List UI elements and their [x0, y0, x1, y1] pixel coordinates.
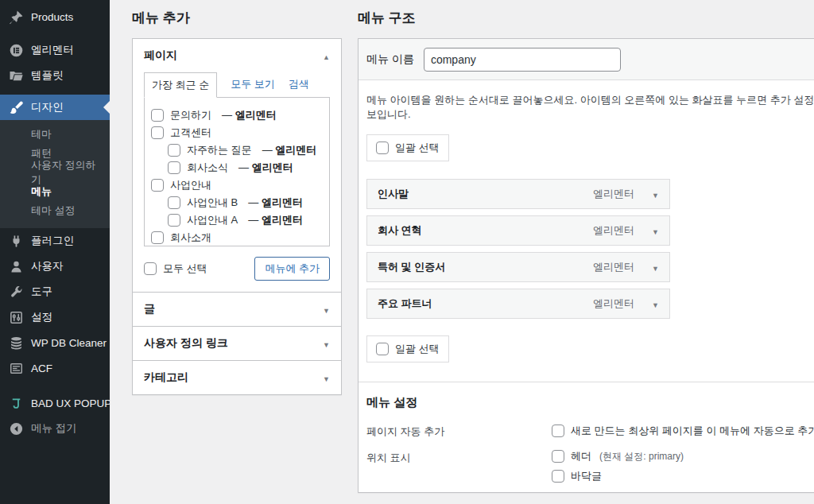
- add-menu-accordion: 페이지 가장 최근 순 모두 보기 검색 문의하기엘리멘터 고객센터 자주하는 …: [132, 38, 342, 395]
- accordion-section-custom-links[interactable]: 사용자 정의 링크: [133, 326, 341, 360]
- menu-item-card[interactable]: 주요 파트너 엘리멘터: [366, 289, 670, 319]
- page-check-row[interactable]: 회사소개: [151, 229, 323, 246]
- checkbox[interactable]: [168, 214, 180, 227]
- menu-item-card[interactable]: 회사 연혁 엘리멘터: [366, 215, 670, 246]
- location-option-footer[interactable]: 바닥글: [552, 469, 684, 483]
- menu-name-input[interactable]: [424, 48, 621, 72]
- chevron-down-icon[interactable]: [652, 188, 659, 200]
- sidebar-item-bad-ux-popup[interactable]: BAD UX POPUP: [0, 390, 110, 416]
- submenu-item-theme-settings[interactable]: 테마 설정: [0, 201, 110, 220]
- menu-structure-title: 메뉴 구조: [358, 9, 416, 27]
- chevron-down-icon[interactable]: [652, 262, 659, 273]
- accordion-section-categories[interactable]: 카테고리: [133, 360, 341, 394]
- display-location-label: 위치 표시: [366, 449, 552, 483]
- page-check-row[interactable]: 자주하는 질문엘리멘터: [168, 142, 323, 158]
- sidebar-item-wp-db-cleaner[interactable]: WP DB Cleaner: [0, 330, 110, 355]
- page-check-row[interactable]: 문의하기엘리멘터: [151, 107, 323, 123]
- sidebar-item-products[interactable]: Products: [0, 4, 110, 29]
- wrench-icon: [8, 284, 24, 300]
- page-check-row[interactable]: 사업안내: [151, 176, 323, 193]
- pages-checklist: 문의하기엘리멘터 고객센터 자주하는 질문엘리멘터 회사소식엘리멘터 사업안내 …: [144, 97, 330, 246]
- auto-add-checkbox[interactable]: [552, 425, 564, 437]
- checkbox[interactable]: [168, 196, 180, 209]
- bulk-select-control-top[interactable]: 일괄 선택: [366, 134, 449, 161]
- page-check-row[interactable]: 사업안내 A엘리멘터: [168, 211, 323, 228]
- menu-name-row: 메뉴 이름: [359, 39, 814, 80]
- tab-most-recent[interactable]: 가장 최근 순: [144, 72, 217, 98]
- chevron-down-icon[interactable]: [652, 298, 659, 310]
- menu-structure-body: 메뉴 아이템을 원하는 순서대로 끌어놓으세요. 아이템의 오른쪽에 있는 화살…: [359, 80, 814, 493]
- tab-search[interactable]: 검색: [289, 77, 309, 97]
- brush-icon: [8, 99, 24, 115]
- sidebar-item-tools[interactable]: 도구: [0, 279, 110, 304]
- admin-sidebar: Products 엘리멘터 템플릿 디자인 테마 패턴 사용자 정의하기 메뉴 …: [0, 0, 110, 504]
- add-menu-title: 메뉴 추가: [132, 9, 190, 27]
- menu-item-card[interactable]: 특허 및 인증서 엘리멘터: [366, 252, 670, 282]
- pin-icon: [8, 9, 24, 25]
- folder-icon: [8, 68, 24, 83]
- sidebar-item-collapse-menu[interactable]: 메뉴 접기: [0, 416, 110, 441]
- bulk-select-checkbox[interactable]: [376, 142, 389, 154]
- add-actions-row: 모두 선택 메뉴에 추가: [144, 257, 330, 281]
- auto-add-option[interactable]: 새로 만드는 최상위 페이지를 이 메뉴에 자동으로 추가하기: [552, 423, 814, 439]
- chevron-up-icon: [323, 50, 330, 62]
- sidebar-item-templates[interactable]: 템플릿: [0, 63, 110, 88]
- design-submenu: 테마 패턴 사용자 정의하기 메뉴 테마 설정: [0, 120, 110, 228]
- pages-tabs: 가장 최근 순 모두 보기 검색: [144, 72, 330, 97]
- add-to-menu-button[interactable]: 메뉴에 추가: [254, 257, 330, 281]
- page-check-row[interactable]: 고객센터: [151, 124, 323, 141]
- chevron-down-icon[interactable]: [652, 225, 659, 237]
- sidebar-item-design[interactable]: 디자인: [0, 95, 110, 120]
- menu-items-list: 인사말 엘리멘터 회사 연혁 엘리멘터 특허 및 인증서 엘리멘터 주요 파트너…: [366, 179, 670, 319]
- chevron-down-icon: [323, 372, 330, 384]
- checkbox[interactable]: [168, 144, 180, 157]
- menu-settings-title: 메뉴 설정: [366, 395, 814, 410]
- menu-item-card[interactable]: 인사말 엘리멘터: [366, 179, 670, 209]
- display-location-row: 위치 표시 헤더 (현재 설정: primary) 바닥글: [366, 449, 814, 483]
- menu-settings-section: 메뉴 설정 페이지 자동 추가 새로 만드는 최상위 페이지를 이 메뉴에 자동…: [365, 382, 814, 483]
- checkbox[interactable]: [168, 161, 180, 174]
- page-check-row[interactable]: 회사소식엘리멘터: [168, 159, 323, 176]
- chevron-down-icon: [323, 304, 330, 316]
- elementor-icon: [8, 42, 24, 58]
- drag-instruction-text: 메뉴 아이템을 원하는 순서대로 끌어놓으세요. 아이템의 오른쪽에 있는 화살…: [366, 93, 814, 122]
- checkbox[interactable]: [151, 179, 164, 192]
- user-icon: [8, 258, 24, 274]
- select-all-control[interactable]: 모두 선택: [144, 262, 207, 276]
- sidebar-item-settings[interactable]: 설정: [0, 304, 110, 330]
- database-icon: [8, 335, 24, 351]
- sidebar-item-acf[interactable]: ACF: [0, 355, 110, 381]
- location-options: 헤더 (현재 설정: primary) 바닥글: [552, 449, 684, 483]
- checkbox[interactable]: [151, 126, 164, 139]
- auto-add-row: 페이지 자동 추가 새로 만드는 최상위 페이지를 이 메뉴에 자동으로 추가하…: [366, 423, 814, 439]
- submenu-item-themes[interactable]: 테마: [0, 125, 110, 144]
- checkbox[interactable]: [151, 231, 164, 244]
- select-all-checkbox[interactable]: [144, 262, 157, 275]
- sidebar-item-users[interactable]: 사용자: [0, 254, 110, 279]
- accordion-section-posts[interactable]: 글: [133, 292, 341, 326]
- bulk-select-checkbox[interactable]: [376, 343, 389, 355]
- settings-icon: [8, 309, 24, 325]
- plugin-icon: [8, 233, 24, 249]
- page-check-row[interactable]: 사업안내 B엘리멘터: [168, 194, 323, 211]
- sidebar-item-plugins[interactable]: 플러그인: [0, 228, 110, 254]
- accordion-section-pages[interactable]: 페이지: [133, 39, 341, 72]
- submenu-item-customize[interactable]: 사용자 정의하기: [0, 163, 110, 182]
- pages-section-body: 가장 최근 순 모두 보기 검색 문의하기엘리멘터 고객센터 자주하는 질문엘리…: [133, 72, 341, 292]
- chevron-down-icon: [323, 338, 330, 350]
- footer-location-checkbox[interactable]: [552, 470, 564, 483]
- collapse-icon: [8, 421, 24, 436]
- bad-ux-popup-icon: [8, 395, 24, 411]
- tab-view-all[interactable]: 모두 보기: [231, 77, 275, 97]
- bulk-select-control-bottom[interactable]: 일괄 선택: [366, 335, 449, 362]
- header-location-checkbox[interactable]: [552, 450, 564, 463]
- acf-icon: [8, 360, 24, 376]
- auto-add-label: 페이지 자동 추가: [366, 423, 552, 439]
- checkbox[interactable]: [151, 109, 164, 122]
- menu-name-label: 메뉴 이름: [366, 52, 414, 67]
- location-option-header[interactable]: 헤더 (현재 설정: primary): [552, 449, 684, 463]
- menu-structure-panel: 메뉴 이름 메뉴 아이템을 원하는 순서대로 끌어놓으세요. 아이템의 오른쪽에…: [358, 38, 814, 493]
- sidebar-item-elementor[interactable]: 엘리멘터: [0, 37, 110, 63]
